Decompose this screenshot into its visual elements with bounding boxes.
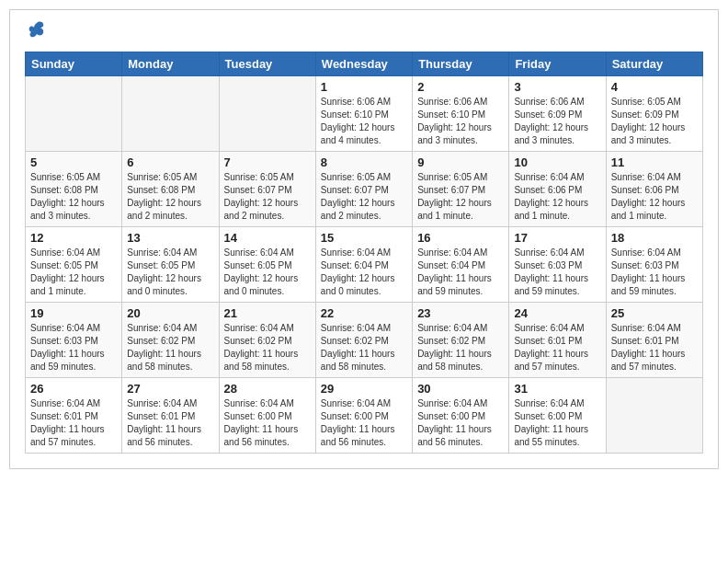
weekday-header-friday: Friday	[509, 52, 606, 76]
day-number: 1	[321, 80, 407, 94]
calendar-day-cell: 21Sunrise: 6:04 AMSunset: 6:02 PMDayligh…	[219, 303, 315, 378]
day-info: Sunrise: 6:04 AMSunset: 6:06 PMDaylight:…	[611, 171, 698, 223]
weekday-header-saturday: Saturday	[606, 52, 702, 76]
day-number: 4	[611, 80, 698, 94]
day-info: Sunrise: 6:04 AMSunset: 6:00 PMDaylight:…	[224, 397, 311, 449]
calendar-day-cell	[26, 76, 122, 152]
day-info: Sunrise: 6:04 AMSunset: 6:03 PMDaylight:…	[30, 322, 117, 373]
day-number: 22	[321, 306, 407, 320]
calendar-day-cell: 11Sunrise: 6:04 AMSunset: 6:06 PMDayligh…	[606, 152, 702, 227]
weekday-header-sunday: Sunday	[26, 52, 122, 76]
calendar-week-row: 1Sunrise: 6:06 AMSunset: 6:10 PMDaylight…	[26, 76, 703, 152]
day-number: 24	[514, 306, 600, 320]
day-info: Sunrise: 6:04 AMSunset: 6:02 PMDaylight:…	[127, 322, 213, 373]
weekday-header-monday: Monday	[122, 52, 219, 76]
calendar-day-cell: 9Sunrise: 6:05 AMSunset: 6:07 PMDaylight…	[413, 152, 509, 227]
day-info: Sunrise: 6:05 AMSunset: 6:07 PMDaylight:…	[417, 171, 504, 223]
day-number: 30	[417, 382, 504, 396]
calendar-day-cell: 30Sunrise: 6:04 AMSunset: 6:00 PMDayligh…	[413, 378, 509, 454]
calendar-day-cell: 12Sunrise: 6:04 AMSunset: 6:05 PMDayligh…	[26, 227, 122, 303]
day-number: 9	[417, 155, 504, 169]
day-info: Sunrise: 6:04 AMSunset: 6:00 PMDaylight:…	[321, 397, 407, 449]
calendar-day-cell: 23Sunrise: 6:04 AMSunset: 6:02 PMDayligh…	[413, 303, 509, 378]
calendar-day-cell: 26Sunrise: 6:04 AMSunset: 6:01 PMDayligh…	[26, 378, 122, 454]
logo-bird-icon	[27, 19, 47, 44]
calendar-day-cell: 15Sunrise: 6:04 AMSunset: 6:04 PMDayligh…	[315, 227, 412, 303]
day-info: Sunrise: 6:04 AMSunset: 6:06 PMDaylight:…	[514, 171, 600, 223]
day-info: Sunrise: 6:04 AMSunset: 6:02 PMDaylight:…	[321, 322, 407, 373]
calendar-day-cell: 19Sunrise: 6:04 AMSunset: 6:03 PMDayligh…	[26, 303, 122, 378]
calendar-day-cell	[219, 76, 315, 152]
day-number: 26	[30, 382, 117, 396]
day-info: Sunrise: 6:05 AMSunset: 6:08 PMDaylight:…	[30, 171, 117, 223]
calendar-week-row: 26Sunrise: 6:04 AMSunset: 6:01 PMDayligh…	[26, 378, 703, 454]
day-info: Sunrise: 6:04 AMSunset: 6:01 PMDaylight:…	[127, 397, 213, 449]
day-number: 31	[514, 382, 600, 396]
day-number: 16	[417, 231, 504, 245]
day-number: 12	[30, 231, 117, 245]
calendar-week-row: 12Sunrise: 6:04 AMSunset: 6:05 PMDayligh…	[26, 227, 703, 303]
calendar-day-cell: 13Sunrise: 6:04 AMSunset: 6:05 PMDayligh…	[122, 227, 219, 303]
day-info: Sunrise: 6:05 AMSunset: 6:07 PMDaylight:…	[321, 171, 407, 223]
day-number: 11	[611, 155, 698, 169]
day-number: 14	[224, 231, 311, 245]
calendar-day-cell: 5Sunrise: 6:05 AMSunset: 6:08 PMDaylight…	[26, 152, 122, 227]
calendar-day-cell: 24Sunrise: 6:04 AMSunset: 6:01 PMDayligh…	[509, 303, 606, 378]
day-number: 28	[224, 382, 311, 396]
day-info: Sunrise: 6:04 AMSunset: 6:05 PMDaylight:…	[30, 247, 117, 298]
day-info: Sunrise: 6:04 AMSunset: 6:03 PMDaylight:…	[611, 247, 698, 298]
calendar-day-cell: 20Sunrise: 6:04 AMSunset: 6:02 PMDayligh…	[122, 303, 219, 378]
calendar-header	[25, 19, 703, 44]
calendar-day-cell: 6Sunrise: 6:05 AMSunset: 6:08 PMDaylight…	[122, 152, 219, 227]
calendar-table: SundayMondayTuesdayWednesdayThursdayFrid…	[25, 52, 703, 454]
calendar-container: SundayMondayTuesdayWednesdayThursdayFrid…	[9, 9, 719, 469]
day-number: 7	[224, 155, 311, 169]
day-number: 15	[321, 231, 407, 245]
day-number: 10	[514, 155, 600, 169]
calendar-day-cell: 22Sunrise: 6:04 AMSunset: 6:02 PMDayligh…	[315, 303, 412, 378]
weekday-header-tuesday: Tuesday	[219, 52, 315, 76]
day-number: 5	[30, 155, 117, 169]
day-number: 27	[127, 382, 213, 396]
calendar-day-cell: 7Sunrise: 6:05 AMSunset: 6:07 PMDaylight…	[219, 152, 315, 227]
weekday-header-wednesday: Wednesday	[315, 52, 412, 76]
calendar-day-cell: 1Sunrise: 6:06 AMSunset: 6:10 PMDaylight…	[315, 76, 412, 152]
calendar-day-cell: 25Sunrise: 6:04 AMSunset: 6:01 PMDayligh…	[606, 303, 702, 378]
day-info: Sunrise: 6:04 AMSunset: 6:05 PMDaylight:…	[127, 247, 213, 298]
calendar-day-cell: 27Sunrise: 6:04 AMSunset: 6:01 PMDayligh…	[122, 378, 219, 454]
calendar-day-cell	[122, 76, 219, 152]
day-number: 3	[514, 80, 600, 94]
day-info: Sunrise: 6:04 AMSunset: 6:01 PMDaylight:…	[30, 397, 117, 449]
day-number: 13	[127, 231, 213, 245]
day-number: 29	[321, 382, 407, 396]
day-info: Sunrise: 6:05 AMSunset: 6:09 PMDaylight:…	[611, 96, 698, 147]
calendar-header-row: SundayMondayTuesdayWednesdayThursdayFrid…	[26, 52, 703, 76]
day-info: Sunrise: 6:04 AMSunset: 6:01 PMDaylight:…	[514, 322, 600, 373]
day-info: Sunrise: 6:05 AMSunset: 6:07 PMDaylight:…	[224, 171, 311, 223]
calendar-day-cell: 17Sunrise: 6:04 AMSunset: 6:03 PMDayligh…	[509, 227, 606, 303]
day-info: Sunrise: 6:04 AMSunset: 6:02 PMDaylight:…	[417, 322, 504, 373]
day-info: Sunrise: 6:04 AMSunset: 6:03 PMDaylight:…	[514, 247, 600, 298]
calendar-day-cell: 4Sunrise: 6:05 AMSunset: 6:09 PMDaylight…	[606, 76, 702, 152]
calendar-week-row: 19Sunrise: 6:04 AMSunset: 6:03 PMDayligh…	[26, 303, 703, 378]
day-info: Sunrise: 6:06 AMSunset: 6:10 PMDaylight:…	[321, 96, 407, 147]
calendar-day-cell: 14Sunrise: 6:04 AMSunset: 6:05 PMDayligh…	[219, 227, 315, 303]
day-info: Sunrise: 6:06 AMSunset: 6:10 PMDaylight:…	[417, 96, 504, 147]
calendar-week-row: 5Sunrise: 6:05 AMSunset: 6:08 PMDaylight…	[26, 152, 703, 227]
day-info: Sunrise: 6:06 AMSunset: 6:09 PMDaylight:…	[514, 96, 600, 147]
day-number: 2	[417, 80, 504, 94]
calendar-day-cell	[606, 378, 702, 454]
day-number: 20	[127, 306, 213, 320]
day-number: 17	[514, 231, 600, 245]
day-number: 21	[224, 306, 311, 320]
day-info: Sunrise: 6:04 AMSunset: 6:01 PMDaylight:…	[611, 322, 698, 373]
calendar-day-cell: 2Sunrise: 6:06 AMSunset: 6:10 PMDaylight…	[413, 76, 509, 152]
weekday-header-thursday: Thursday	[413, 52, 509, 76]
day-number: 6	[127, 155, 213, 169]
day-info: Sunrise: 6:04 AMSunset: 6:05 PMDaylight:…	[224, 247, 311, 298]
day-number: 25	[611, 306, 698, 320]
logo	[25, 19, 47, 44]
day-info: Sunrise: 6:04 AMSunset: 6:00 PMDaylight:…	[514, 397, 600, 449]
day-info: Sunrise: 6:04 AMSunset: 6:00 PMDaylight:…	[417, 397, 504, 449]
calendar-day-cell: 8Sunrise: 6:05 AMSunset: 6:07 PMDaylight…	[315, 152, 412, 227]
